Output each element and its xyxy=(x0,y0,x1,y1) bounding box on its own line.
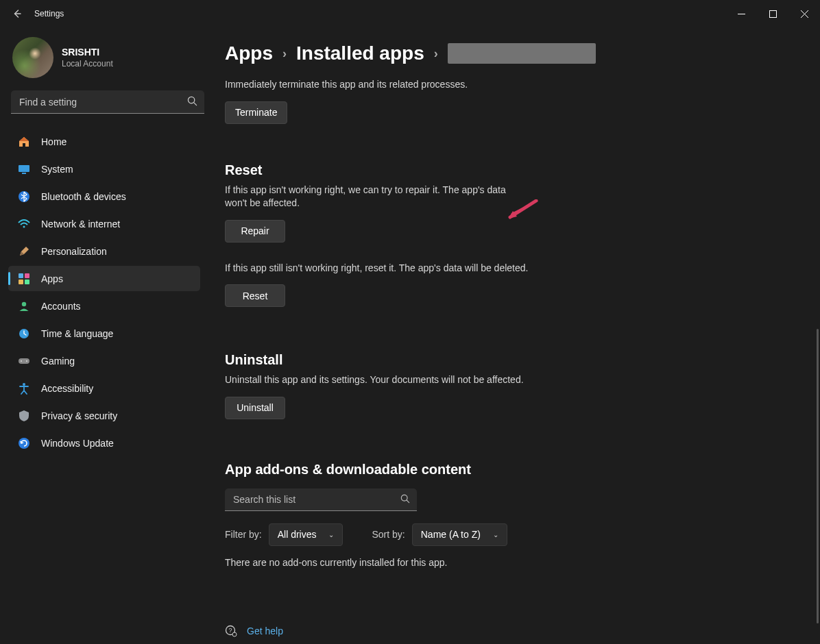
uninstall-desc: Uninstall this app and its settings. You… xyxy=(225,373,595,387)
nav-bluetooth[interactable]: Bluetooth & devices xyxy=(8,184,200,209)
svg-point-20 xyxy=(23,383,25,386)
back-arrow-icon xyxy=(11,8,22,19)
addons-filters: Filter by: All drives ⌄ Sort by: Name (A… xyxy=(225,523,806,546)
nav-time[interactable]: Time & language xyxy=(8,321,200,346)
svg-point-19 xyxy=(26,360,27,362)
help-link[interactable]: Get help xyxy=(247,626,283,636)
uninstall-heading: Uninstall xyxy=(225,352,806,368)
close-icon xyxy=(801,10,808,18)
reset-button[interactable]: Reset xyxy=(225,284,285,307)
accounts-icon xyxy=(18,300,30,312)
maximize-button[interactable] xyxy=(757,3,788,25)
nav-label: Home xyxy=(41,136,67,147)
reset-desc: If this app still isn't working right, r… xyxy=(225,262,595,275)
nav-label: Network & internet xyxy=(41,219,120,230)
nav-label: System xyxy=(41,164,73,175)
profile-account-type: Local Account xyxy=(62,59,113,69)
sort-by-select[interactable]: Name (A to Z) ⌄ xyxy=(412,523,507,546)
nav-label: Time & language xyxy=(41,328,113,339)
svg-point-18 xyxy=(21,360,22,362)
search-icon xyxy=(187,96,197,109)
bluetooth-icon xyxy=(18,190,30,203)
svg-rect-12 xyxy=(25,273,29,278)
nav-network[interactable]: Network & internet xyxy=(8,211,200,236)
nav-accounts[interactable]: Accounts xyxy=(8,293,200,319)
addons-search-input[interactable] xyxy=(225,488,417,511)
nav-personalization[interactable]: Personalization xyxy=(8,238,200,264)
time-icon xyxy=(18,327,30,340)
sidebar: SRISHTI Local Account Home System Blueto… xyxy=(0,27,213,644)
addons-heading: App add-ons & downloadable content xyxy=(225,462,806,478)
profile-block[interactable]: SRISHTI Local Account xyxy=(8,37,213,78)
addons-search[interactable] xyxy=(225,488,417,511)
svg-rect-17 xyxy=(19,358,29,364)
nav-update[interactable]: Windows Update xyxy=(8,430,200,456)
system-icon xyxy=(18,163,30,175)
nav-apps[interactable]: Apps xyxy=(8,266,200,291)
breadcrumb-apps[interactable]: Apps xyxy=(225,42,273,64)
main-content: Apps › Installed apps › Immediately term… xyxy=(213,27,820,644)
close-button[interactable] xyxy=(788,3,820,25)
svg-rect-7 xyxy=(19,165,29,172)
accessibility-icon xyxy=(18,382,30,395)
avatar xyxy=(12,37,53,78)
nav-label: Apps xyxy=(41,273,63,284)
uninstall-button[interactable]: Uninstall xyxy=(225,397,285,419)
search-input[interactable] xyxy=(11,90,204,114)
repair-button[interactable]: Repair xyxy=(225,220,285,243)
addons-empty-text: There are no add-ons currently installed… xyxy=(225,557,806,568)
nav-system[interactable]: System xyxy=(8,156,200,182)
nav-label: Privacy & security xyxy=(41,410,117,421)
breadcrumb: Apps › Installed apps › xyxy=(225,42,806,64)
nav-home[interactable]: Home xyxy=(8,129,200,154)
svg-text:?: ? xyxy=(228,627,232,634)
chevron-down-icon: ⌄ xyxy=(493,531,498,538)
home-icon xyxy=(18,136,30,148)
profile-name: SRISHTI xyxy=(62,47,113,58)
svg-line-6 xyxy=(194,103,197,106)
window-title: Settings xyxy=(34,9,64,18)
help-icon: ? xyxy=(225,625,237,637)
maximize-icon xyxy=(769,10,777,18)
svg-rect-11 xyxy=(19,273,23,278)
apps-icon xyxy=(18,273,30,285)
svg-rect-13 xyxy=(19,280,23,284)
svg-line-23 xyxy=(407,500,409,503)
chevron-right-icon: › xyxy=(434,47,438,61)
nav-accessibility[interactable]: Accessibility xyxy=(8,375,200,401)
gaming-icon xyxy=(18,355,30,367)
help-row[interactable]: ? Get help xyxy=(225,625,283,637)
filter-by-value: All drives xyxy=(278,529,317,540)
filter-by-select[interactable]: All drives ⌄ xyxy=(269,523,343,546)
svg-point-26 xyxy=(232,632,237,636)
titlebar: Settings xyxy=(0,0,820,27)
chevron-right-icon: › xyxy=(282,47,287,61)
chevron-down-icon: ⌄ xyxy=(328,531,334,538)
svg-rect-14 xyxy=(25,280,29,284)
nav-privacy[interactable]: Privacy & security xyxy=(8,403,200,428)
svg-point-10 xyxy=(23,225,25,227)
sort-by-label: Sort by: xyxy=(372,529,405,540)
sidebar-search[interactable] xyxy=(11,90,204,114)
sort-by-value: Name (A to Z) xyxy=(421,529,481,540)
terminate-button[interactable]: Terminate xyxy=(225,101,287,124)
nav-label: Accounts xyxy=(41,301,81,312)
svg-rect-2 xyxy=(769,10,776,17)
nav-label: Windows Update xyxy=(41,438,114,449)
svg-point-15 xyxy=(22,301,26,306)
svg-point-21 xyxy=(19,438,29,449)
minimize-button[interactable] xyxy=(725,3,757,25)
nav-label: Bluetooth & devices xyxy=(41,191,126,202)
repair-desc: If this app isn't working right, we can … xyxy=(225,184,513,210)
terminate-desc: Immediately terminate this app and its r… xyxy=(225,78,595,92)
window-controls xyxy=(725,3,820,25)
svg-rect-8 xyxy=(22,173,26,174)
privacy-icon xyxy=(18,410,30,422)
nav-gaming[interactable]: Gaming xyxy=(8,348,200,373)
scrollbar[interactable] xyxy=(817,329,819,623)
reset-heading: Reset xyxy=(225,162,806,178)
back-button[interactable] xyxy=(0,0,33,27)
update-icon xyxy=(18,437,30,449)
nav-label: Personalization xyxy=(41,246,107,257)
breadcrumb-installed-apps[interactable]: Installed apps xyxy=(296,42,424,64)
